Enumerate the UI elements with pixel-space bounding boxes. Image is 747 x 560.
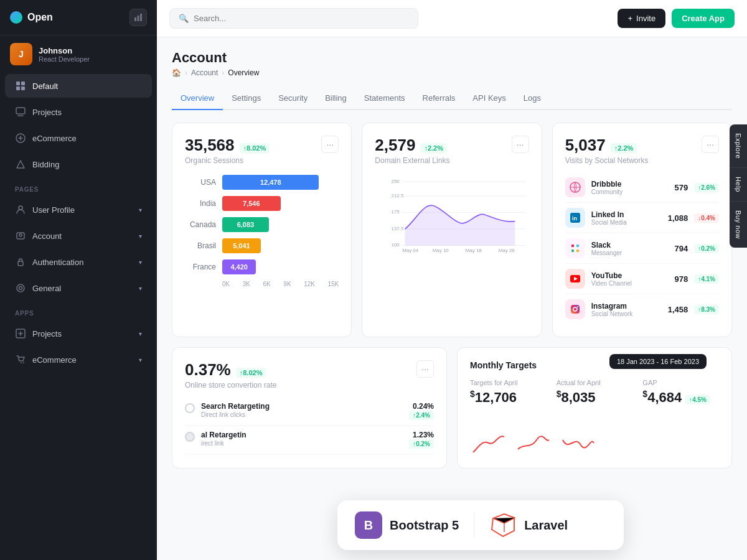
nav-item-bidding[interactable]: Bidding: [5, 152, 152, 176]
invite-button[interactable]: + Invite: [618, 9, 665, 28]
nav-item-projects-app[interactable]: Projects ▾: [5, 322, 152, 345]
user-role: React Developer: [39, 55, 90, 63]
nav-label-bidding: Bidding: [32, 160, 142, 169]
axis-15k: 15K: [327, 281, 339, 287]
svg-text:May 10: May 10: [433, 248, 449, 253]
domain-stat-header: 2,579 ↑2.2% Domain External Links ···: [375, 136, 529, 165]
conversion-rate: 0.37%: [185, 360, 231, 380]
dribbble-badge: ↑2.6%: [694, 183, 719, 192]
nav-item-default[interactable]: Default: [5, 74, 152, 98]
tab-logs[interactable]: Logs: [515, 87, 550, 110]
nav-item-ecommerce-app[interactable]: eCommerce ▾: [5, 348, 152, 371]
organic-value: 35,568: [185, 136, 235, 155]
svg-point-43: [577, 306, 578, 307]
help-btn[interactable]: Help: [730, 167, 747, 201]
svg-rect-37: [571, 250, 574, 252]
linkedin-name: Linked In: [591, 210, 662, 219]
tab-referrals[interactable]: Referrals: [414, 87, 464, 110]
laravel-section: Laravel: [489, 511, 568, 539]
search-input[interactable]: [194, 14, 409, 23]
sidebar-chart-btn[interactable]: [129, 9, 147, 26]
svg-rect-5: [16, 86, 20, 90]
nav-item-ecommerce[interactable]: eCommerce: [5, 126, 152, 150]
date-badge: 18 Jan 2023 - 16 Feb 2023: [609, 354, 707, 369]
organic-more-btn[interactable]: ···: [321, 136, 339, 153]
linkedin-count: 1,088: [668, 213, 688, 223]
target-actual-currency: $: [557, 389, 561, 399]
axis-0k: 0K: [222, 281, 230, 287]
nav-item-user-profile[interactable]: User Profile ▾: [5, 198, 152, 222]
slack-icon: [565, 238, 585, 258]
tab-statements[interactable]: Statements: [355, 87, 414, 110]
sidebar: Open J Johnson React Developer Default P…: [0, 0, 157, 560]
instagram-badge: ↑8.3%: [694, 305, 719, 314]
social-row-linkedin: in Linked In Social Media 1,088 ↓0.4%: [565, 203, 719, 233]
svg-point-9: [19, 206, 22, 210]
bar-chart: USA 12,478 India 7,546 Canada: [185, 175, 339, 287]
svg-text:in: in: [572, 215, 577, 222]
organic-stat-number: 35,568 ↑8.02%: [185, 136, 270, 155]
create-app-button[interactable]: Create App: [672, 9, 735, 28]
nav-item-authentication[interactable]: Authentication ▾: [5, 250, 152, 274]
bar-fill-usa: 12,478: [222, 175, 319, 190]
logo: Open: [10, 11, 53, 24]
youtube-icon: [565, 269, 585, 289]
svg-point-13: [19, 287, 22, 290]
mini-charts: [470, 418, 719, 455]
nav-icon-projects-app: [15, 328, 26, 339]
axis-12k: 12K: [304, 281, 315, 287]
tab-settings[interactable]: Settings: [223, 87, 270, 110]
organic-sessions-card: 35,568 ↑8.02% Organic Sessions ··· USA 1…: [172, 123, 352, 337]
social-more-btn[interactable]: ···: [702, 136, 719, 153]
retargeting-dot-1: [185, 403, 195, 413]
tab-overview[interactable]: Overview: [172, 87, 223, 110]
dribbble-icon: [565, 177, 585, 197]
bar-label-france: France: [185, 263, 216, 271]
svg-rect-38: [576, 250, 579, 252]
tab-security[interactable]: Security: [270, 87, 316, 110]
bootstrap-name: Bootstrap 5: [390, 518, 459, 533]
sidebar-header: Open: [0, 0, 157, 35]
line-chart-area: 250 212.5 175 137.5 100: [375, 171, 529, 261]
breadcrumb-current: Overview: [228, 68, 259, 77]
organic-badge: ↑8.02%: [240, 143, 270, 153]
nav-item-projects[interactable]: Projects: [5, 100, 152, 124]
conversion-card: 0.37% ↑8.02% Online store convertion rat…: [172, 347, 447, 469]
chevron-projects-app: ▾: [139, 330, 142, 337]
nav-item-account[interactable]: Account ▾: [5, 224, 152, 248]
social-value: 5,037: [565, 136, 606, 155]
explore-btn[interactable]: Explore: [730, 124, 747, 167]
slack-badge: ↑0.2%: [694, 244, 719, 253]
social-stat-value-area: 5,037 ↑2.2% Visits by Social Networks: [565, 136, 649, 165]
domain-links-card: 2,579 ↑2.2% Domain External Links ··· 25…: [362, 123, 542, 337]
page-content: Account 🏠 › Account › Overview Overview …: [157, 37, 747, 560]
tab-billing[interactable]: Billing: [316, 87, 355, 110]
conversion-label: Online store convertion rate: [185, 381, 276, 390]
conversion-more-btn[interactable]: ···: [416, 360, 434, 378]
dribbble-count: 579: [675, 183, 688, 192]
svg-rect-7: [16, 108, 25, 114]
bottom-grid: 0.37% ↑8.02% Online store convertion rat…: [172, 347, 732, 469]
nav-icon-user-profile: [15, 204, 26, 215]
tab-api-keys[interactable]: API Keys: [464, 87, 514, 110]
nav-label-authentication: Authentication: [32, 258, 133, 267]
nav-item-general[interactable]: General ▾: [5, 276, 152, 300]
bar-fill-france: 4,420: [222, 259, 256, 274]
chevron-user-profile: ▾: [139, 207, 142, 213]
svg-point-16: [21, 362, 22, 363]
search-box[interactable]: 🔍: [169, 8, 418, 29]
bar-label-canada: Canada: [185, 220, 216, 229]
nav-icon-ecommerce: [15, 133, 26, 144]
breadcrumb-parent[interactable]: Account: [191, 68, 218, 77]
page-title: Account: [172, 50, 732, 66]
domain-more-btn[interactable]: ···: [512, 136, 529, 153]
instagram-name: Instagram: [591, 302, 662, 310]
social-stat-number: 5,037 ↑2.2%: [565, 136, 649, 155]
breadcrumb-sep-2: ›: [222, 68, 224, 77]
svg-rect-2: [140, 14, 142, 21]
app-name: Open: [27, 12, 53, 23]
bar-track-india: 7,546: [222, 196, 339, 211]
bar-fill-canada: 6,083: [222, 217, 269, 232]
buy-now-btn[interactable]: Buy now: [730, 201, 747, 248]
main-content: 🔍 + Invite Create App Account 🏠 › Accoun…: [157, 0, 747, 560]
